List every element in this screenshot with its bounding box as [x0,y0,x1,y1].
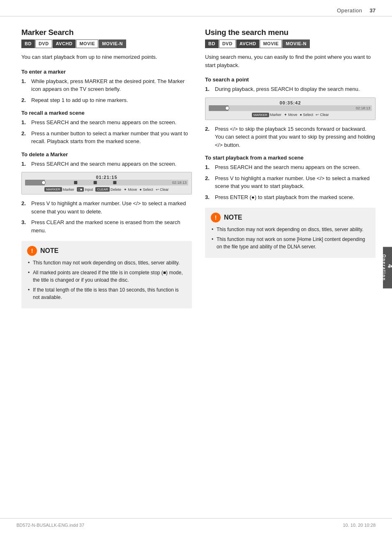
enter-marker-heading: To enter a marker [21,69,192,75]
content-area: Marker Search BD DVD AVCHD MOVIE MOVIE-N… [0,16,392,317]
ctrl-delete: CLEAR Delete [95,187,121,192]
note-header-left: ! NOTE [27,246,186,256]
list-item: 1. Press SEARCH and the search menu appe… [21,160,192,168]
footer-left: BD572-N-BUSALLK-ENG.indd 37 [16,523,84,528]
start-playback-heading: To start playback from a marked scene [205,155,376,161]
searchbar-search: 00:35:42 02:18:13 MARKER Marker ✦ Move ●… [205,97,376,120]
note-icon-right: ! [211,213,221,222]
marker-search-badges: BD DVD AVCHD MOVIE MOVIE-N [21,39,192,48]
side-tab-label: Operation [382,254,386,281]
badge-dvd-right: DVD [219,39,236,48]
search-menu-badges: BD DVD AVCHD MOVIE MOVIE-N [205,39,376,48]
badge-avchd-right: AVCHD [236,39,260,48]
note-item: This function may not work depending on … [27,259,186,266]
recall-marked-list: 1. Press SEARCH and the search menu appe… [21,118,192,146]
list-item: 3. Press ENTER (●) to start playback fro… [205,193,376,201]
svg-rect-2 [113,181,116,184]
note-icon-left: ! [27,246,37,256]
badge-bd-right: BD [205,39,219,48]
ctrl-move-r: ✦ Move [284,113,297,117]
page-footer: BD572-N-BUSALLK-ENG.indd 37 10. 10. 20 1… [0,518,392,528]
badge-bd: BD [21,39,35,48]
note-item: If the total length of the title is less… [27,286,186,301]
search-point-list-2: 2. Press </> to skip the playback 15 sec… [205,125,376,149]
note-title-right: NOTE [224,214,242,221]
searchbar-time-left-r: 00:35:42 [209,100,372,105]
searchbar-time-right: 02:18:13 [172,181,187,185]
badge-movien: MOVIE-N [99,39,126,48]
note-list-right: This function may not work depending on … [211,226,370,250]
ctrl-marker: MARKER Marker [44,187,74,192]
ctrl-marker-r: MARKER Marker [252,113,281,117]
page: Operation 37 Marker Search BD DVD AVCHD … [0,0,392,535]
note-box-left: ! NOTE This function may not work depend… [21,241,192,308]
search-menu-intro: Using search menu, you can easily to fin… [205,53,376,69]
svg-rect-0 [74,181,77,184]
footer-right: 10. 10. 20 10:28 [343,523,376,528]
searchbar-time-left: 01:21:15 [25,175,188,180]
searchbar-progress: 02:18:13 [25,180,188,185]
list-item: 2. Press V to highlight a marker number.… [21,199,192,215]
search-point-heading: To search a point [205,76,376,83]
badge-movien-right: MOVIE-N [282,39,310,48]
search-point-list: 1. During playback, press SEARCH to disp… [205,85,376,93]
ctrl-select-r: ● Select [300,113,313,117]
side-tab-number: 4 [386,264,392,269]
note-header-right: ! NOTE [211,213,370,222]
right-column: Using the search menu BD DVD AVCHD MOVIE… [205,28,376,308]
ctrl-clear-r: ↩ Clear [316,113,329,117]
svg-rect-1 [94,181,97,184]
progress-thumb-r [225,106,229,110]
note-title-left: NOTE [40,247,58,255]
list-item: 2. Press a number button to select a mar… [21,130,192,146]
left-column: Marker Search BD DVD AVCHD MOVIE MOVIE-N… [21,28,192,308]
delete-marker-list-2: 2. Press V to highlight a marker number.… [21,199,192,234]
list-item: 1. While playback, press MARKER at the d… [21,77,192,93]
marker-icons [25,180,188,185]
list-item: 1. Press SEARCH and the search menu appe… [21,118,192,127]
list-item: 2. Press V to highlight a marker number.… [205,174,376,190]
recall-marked-heading: To recall a marked scene [21,110,192,116]
page-header: Operation 37 [0,0,392,16]
ctrl-select: ● Select [140,188,153,192]
note-box-right: ! NOTE This function may not work depend… [205,208,376,258]
ctrl-move: ✦ Move [124,188,137,192]
list-item: 3. Press CLEAR and the marked scene is e… [21,218,192,234]
delete-marker-list: 1. Press SEARCH and the search menu appe… [21,160,192,168]
note-item: This function may not work depending on … [211,226,370,233]
search-menu-title: Using the search menu [205,28,376,37]
list-item: 2. Repeat step 1 to add up to nine marke… [21,96,192,104]
list-item: 1. Press SEARCH and the search menu appe… [205,163,376,171]
badge-movie-right: MOVIE [260,39,282,48]
note-list-left: This function may not work depending on … [27,259,186,301]
header-section: Operation [337,7,362,14]
note-item: This function may not work on some [Home… [211,236,370,250]
start-playback-list: 1. Press SEARCH and the search menu appe… [205,163,376,201]
searchbar-time-right-r: 02:18:13 [356,106,370,110]
list-item: 2. Press </> to skip the playback 15 sec… [205,125,376,149]
ctrl-input: □■ Input [77,187,93,192]
note-item: All marked points are cleared if the tit… [27,269,186,284]
searchbar-controls: MARKER Marker □■ Input CLEAR Delete ✦ Mo… [25,187,188,192]
marker-search-intro: You can start playback from up to nine m… [21,53,192,61]
delete-marker-heading: To delete a Marker [21,151,192,157]
header-page-number: 37 [370,7,376,14]
marker-search-title: Marker Search [21,28,192,37]
badge-avchd: AVCHD [53,39,76,48]
searchbar-controls-r: MARKER Marker ✦ Move ● Select ↩ Clear [209,113,372,117]
badge-movie: MOVIE [76,39,98,48]
searchbar-progress-r: 02:18:13 [209,105,372,111]
searchbar-delete: 01:21:15 02:18:13 MARKER Marker [21,172,192,195]
enter-marker-list: 1. While playback, press MARKER at the d… [21,77,192,104]
ctrl-clear: ↩ Clear [156,188,169,192]
badge-dvd: DVD [35,39,52,48]
list-item: 1. During playback, press SEARCH to disp… [205,85,376,93]
side-tab: 4 Operation [383,247,392,288]
